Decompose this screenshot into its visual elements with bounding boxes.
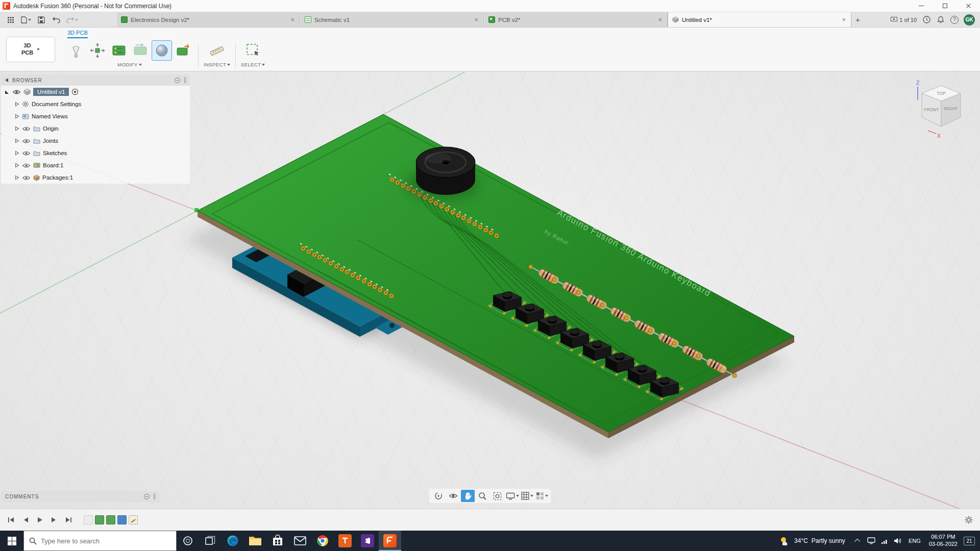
save-icon[interactable] bbox=[35, 14, 48, 26]
file-explorer-icon[interactable] bbox=[244, 531, 266, 551]
mail-icon[interactable] bbox=[289, 531, 311, 551]
cortana-icon[interactable] bbox=[177, 531, 199, 551]
tab-pcb[interactable]: PCB v2* × bbox=[484, 12, 668, 27]
visibility-eye-icon[interactable] bbox=[22, 175, 31, 181]
pcb-sync-tool-icon[interactable] bbox=[174, 41, 193, 60]
timeline-step-back-button[interactable] bbox=[19, 514, 32, 526]
grid-settings-icon[interactable] bbox=[520, 490, 534, 502]
timeline-marker-icon[interactable] bbox=[84, 515, 93, 524]
task-view-icon[interactable] bbox=[199, 531, 222, 551]
notification-bell-icon[interactable] bbox=[936, 15, 945, 24]
browser-item-document-settings[interactable]: Document Settings bbox=[1, 98, 190, 110]
hidden-icons-chevron-icon[interactable] bbox=[851, 531, 865, 551]
visibility-eye-icon[interactable] bbox=[22, 151, 31, 156]
move-component-icon[interactable] bbox=[88, 41, 107, 60]
viewports-icon[interactable] bbox=[535, 490, 549, 502]
display-settings-icon[interactable] bbox=[505, 490, 519, 502]
taskbar-search[interactable] bbox=[23, 531, 177, 551]
timeline-body-feature-icon[interactable] bbox=[117, 515, 127, 524]
timeline-step-forward-button[interactable] bbox=[48, 514, 60, 526]
expander-icon[interactable] bbox=[14, 114, 19, 119]
tab-close-icon[interactable]: × bbox=[473, 16, 479, 23]
start-button[interactable] bbox=[0, 531, 23, 551]
modify-group-label[interactable]: MODIFY bbox=[117, 62, 141, 67]
browser-header[interactable]: BROWSER bbox=[1, 74, 190, 86]
panel-options-icon[interactable] bbox=[144, 494, 150, 499]
pan-hand-icon[interactable] bbox=[461, 490, 475, 502]
chrome-icon[interactable] bbox=[311, 531, 334, 551]
timeline-go-to-start-button[interactable] bbox=[5, 514, 17, 526]
timeline-go-to-end-button[interactable] bbox=[62, 514, 75, 526]
view-cube[interactable]: Z TOP FRONT RIGHT X bbox=[911, 78, 972, 144]
tab-close-icon[interactable]: × bbox=[657, 16, 663, 23]
fit-view-icon[interactable] bbox=[491, 490, 504, 502]
speaker-icon[interactable] bbox=[891, 531, 904, 551]
fusion360-taskbar-icon[interactable] bbox=[379, 531, 401, 551]
inspect-group-label[interactable]: INSPECT bbox=[204, 62, 230, 67]
tab-untitled[interactable]: Untitled v1* × bbox=[668, 12, 851, 27]
expander-icon[interactable] bbox=[14, 138, 19, 143]
collapse-all-icon[interactable] bbox=[5, 90, 9, 94]
sphere-tool-icon[interactable] bbox=[152, 41, 172, 60]
look-at-icon[interactable] bbox=[446, 490, 460, 502]
activate-radio-icon[interactable] bbox=[71, 88, 79, 95]
select-box-icon[interactable] bbox=[243, 41, 263, 60]
user-avatar[interactable]: GK bbox=[964, 14, 975, 26]
expander-icon[interactable] bbox=[14, 151, 19, 156]
version-position[interactable]: 1 of 10 bbox=[891, 17, 917, 23]
expander-icon[interactable] bbox=[14, 175, 19, 180]
orbit-icon[interactable] bbox=[431, 490, 445, 502]
language-indicator[interactable]: ENG bbox=[904, 538, 925, 544]
pcb-board-tool-icon[interactable] bbox=[109, 41, 129, 60]
minimize-button[interactable] bbox=[910, 0, 933, 12]
action-center-icon[interactable]: 21 bbox=[964, 537, 975, 545]
ribbon-tab-3dpcb[interactable]: 3D PCB bbox=[67, 30, 88, 38]
app-icon-orange[interactable] bbox=[334, 531, 356, 551]
pcb-flip-tool-icon[interactable] bbox=[131, 41, 150, 60]
expander-icon[interactable] bbox=[14, 163, 19, 168]
tab-electronics-design[interactable]: Electronics Design v2* × bbox=[116, 12, 300, 27]
expander-icon[interactable] bbox=[14, 102, 19, 107]
timeline-board-feature-icon[interactable] bbox=[106, 515, 115, 524]
browser-item-origin[interactable]: Origin bbox=[1, 122, 190, 135]
extrude-tool-icon[interactable] bbox=[66, 41, 86, 60]
workspace-selector[interactable]: 3D PCB bbox=[6, 37, 55, 62]
browser-item-sketches[interactable]: Sketches bbox=[1, 147, 190, 159]
browser-root-item[interactable]: Untitled v1 bbox=[1, 86, 190, 98]
panel-grip-handle[interactable] bbox=[154, 493, 155, 499]
edge-icon[interactable] bbox=[222, 531, 244, 551]
zoom-icon[interactable] bbox=[476, 490, 489, 502]
timeline-play-button[interactable] bbox=[34, 514, 46, 526]
tab-schematic[interactable]: Schematic v1 × bbox=[300, 12, 484, 27]
visibility-eye-icon[interactable] bbox=[22, 126, 31, 132]
panel-options-icon[interactable] bbox=[175, 78, 180, 83]
browser-item-packages[interactable]: Packages:1 bbox=[1, 171, 190, 184]
browser-item-joints[interactable]: Joints bbox=[1, 135, 190, 147]
timeline-settings-gear-icon[interactable] bbox=[963, 514, 975, 526]
file-menu-icon[interactable] bbox=[19, 14, 33, 26]
search-input[interactable] bbox=[41, 537, 171, 545]
visibility-eye-icon[interactable] bbox=[12, 89, 21, 95]
visibility-eye-icon[interactable] bbox=[22, 138, 31, 144]
microsoft-store-icon[interactable] bbox=[266, 531, 289, 551]
help-icon[interactable]: ? bbox=[950, 16, 959, 24]
tab-close-icon[interactable]: × bbox=[841, 16, 847, 23]
redo-icon[interactable] bbox=[65, 14, 79, 26]
tray-monitor-icon[interactable] bbox=[865, 531, 878, 551]
select-group-label[interactable]: SELECT bbox=[241, 62, 265, 67]
taskbar-clock[interactable]: 06:07 PM 03-06-2022 bbox=[925, 534, 962, 548]
timeline-sketch-feature-icon[interactable] bbox=[129, 515, 138, 524]
expander-icon[interactable] bbox=[14, 126, 19, 131]
clock-icon[interactable] bbox=[922, 15, 931, 24]
browser-item-board[interactable]: Board:1 bbox=[1, 159, 190, 171]
measure-ruler-icon[interactable] bbox=[207, 41, 227, 60]
panel-grip-handle[interactable] bbox=[184, 77, 186, 83]
close-button[interactable] bbox=[957, 0, 980, 12]
network-icon[interactable] bbox=[878, 531, 891, 551]
tab-close-icon[interactable]: × bbox=[289, 16, 296, 23]
new-tab-button[interactable]: + bbox=[851, 12, 864, 27]
taskbar-weather[interactable]: 34°C Partly sunny bbox=[773, 536, 851, 545]
timeline-board-feature-icon[interactable] bbox=[95, 515, 104, 524]
visibility-eye-icon[interactable] bbox=[22, 163, 31, 168]
maximize-button[interactable] bbox=[933, 0, 957, 12]
